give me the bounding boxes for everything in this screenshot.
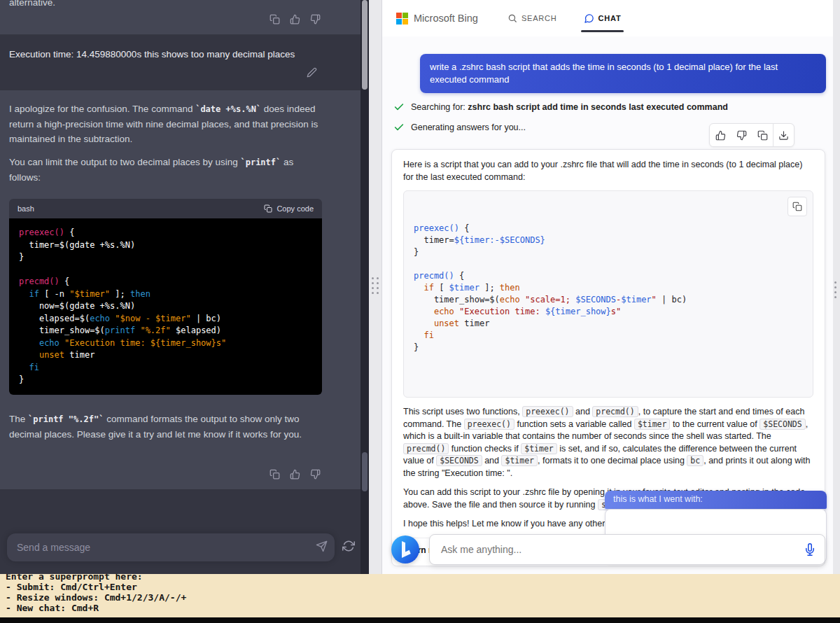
download-icon[interactable] bbox=[773, 124, 794, 146]
check-icon bbox=[393, 102, 405, 113]
code-language-label: bash bbox=[18, 202, 34, 216]
status-text: Generating answers for you... bbox=[411, 122, 526, 132]
bing-chat-panel: Microsoft Bing SEARCH CHAT write a .zshr… bbox=[382, 0, 833, 574]
user-message-text: Execution time: 14.459880000s this shows… bbox=[0, 35, 360, 62]
chat-bubble-icon bbox=[584, 13, 594, 24]
feedback-toolbar bbox=[709, 123, 794, 147]
superprompt-terminal[interactable]: Enter a superprompt here: - Submit: Cmd/… bbox=[0, 574, 840, 617]
terminal-line: - Resize windows: Cmd+1/2/3/A/-/+ bbox=[6, 592, 840, 603]
chatgpt-panel: alternative. Execution time: 14.45988000… bbox=[0, 0, 360, 574]
terminal-line: Enter a superprompt here: bbox=[6, 574, 840, 582]
input-placeholder: Ask me anything... bbox=[430, 544, 522, 555]
thumbs-down-icon[interactable] bbox=[310, 469, 321, 479]
assistant-paragraph: I apologize for the confusion. The comma… bbox=[9, 102, 322, 146]
copy-code-button[interactable]: Copy code bbox=[264, 204, 314, 213]
tab-search-label: SEARCH bbox=[522, 14, 557, 22]
searching-status: Searching for: zshrc bash script add tim… bbox=[393, 102, 728, 113]
brand-title: Microsoft Bing bbox=[414, 13, 478, 24]
code-block: preexec() { timer=${timer:-$SECONDS}} pr… bbox=[403, 190, 813, 398]
terminal-line: - New chat: Cmd+R bbox=[6, 603, 840, 613]
copy-icon[interactable] bbox=[752, 124, 773, 146]
assistant-paragraph: The `printf "%.2f"` command formats the … bbox=[9, 412, 322, 442]
tab-chat-label: CHAT bbox=[598, 14, 622, 22]
header-tabs: SEARCH CHAT bbox=[507, 0, 622, 36]
generating-status: Generating answers for you... bbox=[393, 122, 526, 133]
scrollbar-thumb[interactable] bbox=[362, 0, 368, 90]
assistant-paragraph: You can limit the output to two decimal … bbox=[9, 155, 322, 185]
scrollbar-thumb[interactable] bbox=[362, 452, 368, 491]
right-edge-divider bbox=[833, 0, 840, 574]
answer-intro: Here is a script that you can add to you… bbox=[403, 159, 813, 183]
bottom-black-bar bbox=[0, 617, 840, 623]
search-query: zshrc bash script add time in seconds la… bbox=[468, 102, 728, 112]
code-block: bash Copy code preexec() { timer=$(gdate… bbox=[9, 199, 322, 395]
bing-header: Microsoft Bing SEARCH CHAT bbox=[382, 0, 833, 36]
thumbs-up-icon[interactable] bbox=[710, 124, 731, 146]
screen: Enter a superprompt here: - Submit: Cmd/… bbox=[0, 0, 840, 623]
copy-icon[interactable] bbox=[788, 197, 807, 216]
previous-assistant-message: alternative. bbox=[0, 0, 360, 35]
window-divider bbox=[369, 0, 382, 574]
microphone-icon[interactable] bbox=[804, 543, 816, 556]
check-icon bbox=[393, 122, 405, 133]
thumbs-up-icon[interactable] bbox=[290, 14, 300, 24]
resize-grip-handle[interactable] bbox=[372, 277, 379, 294]
thumbs-down-icon[interactable] bbox=[310, 14, 321, 24]
tab-search[interactable]: SEARCH bbox=[507, 0, 557, 36]
user-prompt-bubble: write a .zshrc bash script that adds the… bbox=[420, 54, 826, 93]
user-message-row: Execution time: 14.459880000s this shows… bbox=[0, 35, 360, 90]
copy-icon[interactable] bbox=[270, 469, 280, 479]
thumbs-down-icon[interactable] bbox=[731, 124, 752, 146]
message-actions bbox=[270, 469, 321, 479]
code-content: preexec() { timer=$(gdate +%s.%N)} precm… bbox=[9, 218, 322, 395]
copy-icon[interactable] bbox=[270, 14, 280, 24]
left-panel-scrollbar bbox=[360, 0, 369, 574]
code-content: preexec() { timer=${timer:-$SECONDS}} pr… bbox=[414, 223, 803, 354]
input-placeholder: Send a message bbox=[7, 542, 90, 553]
thumbs-up-icon[interactable] bbox=[290, 469, 300, 479]
tab-chat[interactable]: CHAT bbox=[584, 0, 622, 36]
copy-code-label: Copy code bbox=[276, 204, 314, 213]
send-icon[interactable] bbox=[316, 540, 328, 552]
status-text: Searching for: zshrc bash script add tim… bbox=[411, 102, 728, 112]
regenerate-icon[interactable] bbox=[342, 540, 355, 552]
message-actions bbox=[270, 14, 321, 24]
resize-grip-handle[interactable] bbox=[834, 281, 836, 298]
terminal-line: - Submit: Cmd/Ctrl+Enter bbox=[6, 582, 840, 592]
code-block-header: bash Copy code bbox=[9, 199, 322, 218]
ask-anything-input[interactable]: Ask me anything... bbox=[429, 534, 825, 565]
previous-message-text: alternative. bbox=[9, 0, 360, 10]
microsoft-logo bbox=[396, 13, 408, 24]
send-message-input[interactable]: Send a message bbox=[7, 533, 335, 561]
copy-icon bbox=[264, 204, 272, 213]
assistant-message-row: I apologize for the confusion. The comma… bbox=[0, 90, 360, 490]
edit-pencil-icon[interactable] bbox=[307, 67, 317, 78]
search-icon bbox=[507, 13, 517, 23]
next-user-prompt-bubble: this is what I went with: bbox=[605, 491, 827, 509]
answer-explanation: This script uses two functions, preexec(… bbox=[403, 406, 813, 479]
bing-logo[interactable] bbox=[391, 536, 419, 564]
